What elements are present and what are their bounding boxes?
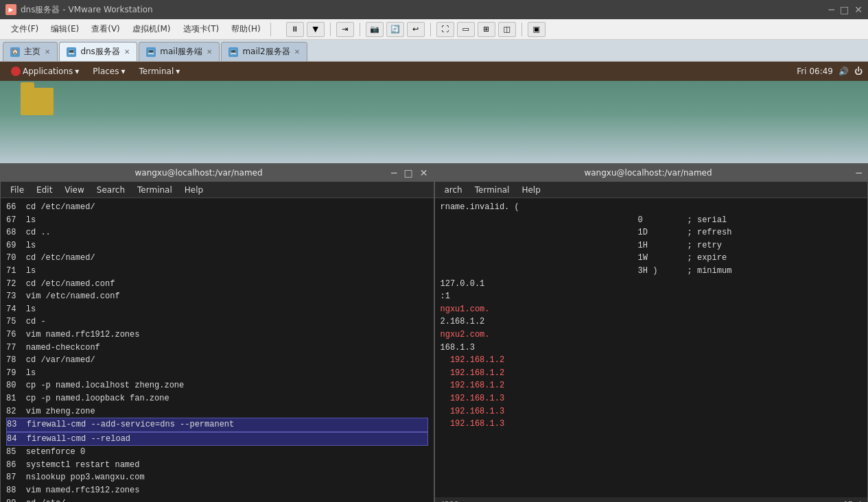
tab-dns-icon: 💻 [67, 47, 76, 57]
statusbar-left: 438C [441, 500, 459, 503]
term-left-menu-terminal[interactable]: Terminal [132, 184, 178, 196]
topbar-applications[interactable]: Applications ▾ [5, 65, 84, 77]
toolbar-dropdown[interactable]: ▼ [307, 22, 325, 37]
tab-dns-label: dns服务器 [80, 46, 119, 58]
toolbar-snapshot3[interactable]: ↩ [407, 22, 425, 37]
tab-mail-label: mail服务端 [160, 46, 202, 58]
menu-tabs[interactable]: 选项卡(T) [178, 22, 225, 36]
terminal-left-line: 88 vim named.rfc1912.zones [6, 484, 428, 497]
power-icon[interactable]: ⏻ [854, 67, 863, 76]
terminal-right-line: rname.invalid. ( [441, 201, 863, 214]
terminal-left-menubar: File Edit View Search Terminal Help [1, 182, 434, 198]
vmware-icon: ▶ [5, 4, 16, 15]
statusbar-right: 17,4 [844, 500, 863, 503]
topbar-places[interactable]: Places ▾ [87, 65, 130, 77]
tab-home-icon: 🏠 [10, 47, 20, 57]
titlebar-controls[interactable]: ─ □ ✕ [829, 4, 863, 15]
tab-mail-close[interactable]: ✕ [207, 48, 212, 56]
terminal-right-line: 1W ; expire [441, 252, 863, 265]
tab-mail2-icon: 💻 [228, 47, 238, 57]
terminal-left-controls[interactable]: ─ □ ✕ [391, 167, 427, 178]
term-right-menu-help[interactable]: Help [516, 184, 546, 196]
terminal-left-minimize[interactable]: ─ [391, 167, 397, 178]
menu-file[interactable]: 文件(F) [5, 22, 44, 36]
tab-mail-icon: 💻 [146, 47, 156, 57]
terminal-right-minimize[interactable]: ─ [856, 167, 862, 178]
menu-view[interactable]: 查看(V) [86, 22, 126, 36]
terminal-right-menubar: arch Terminal Help [435, 182, 868, 198]
applications-chevron: ▾ [75, 67, 79, 76]
toolbar-snapshot2[interactable]: 🔄 [386, 22, 404, 37]
tab-mail2-close[interactable]: ✕ [294, 48, 300, 56]
tab-home-label: 主页 [24, 46, 40, 58]
term-left-menu-help[interactable]: Help [179, 184, 209, 196]
terminal-left-line: 79 ls [6, 367, 428, 380]
terminal-right-line: 192.168.1.3 [441, 418, 863, 431]
toolbar-separator-1 [270, 23, 271, 36]
terminal-left-maximize[interactable]: □ [404, 167, 413, 178]
toolbar-pause[interactable]: ⏸ [286, 22, 304, 37]
terminal-left: wangxu@localhost:/var/named ─ □ ✕ File E… [0, 163, 434, 502]
titlebar-left: ▶ dns服务器 - VMware Workstation [5, 4, 153, 16]
toolbar-sep-5 [521, 23, 522, 36]
terminal-right-line: 1H ; retry [441, 239, 863, 252]
toolbar-sep-4 [430, 23, 431, 36]
terminal-left-line: 72 cd /etc/named.conf [6, 278, 428, 291]
term-right-menu-arch[interactable]: arch [439, 184, 468, 196]
tab-home-close[interactable]: ✕ [45, 48, 50, 56]
toolbar-fullscreen[interactable]: ⛶ [436, 22, 454, 37]
topbar-terminal-label: Terminal [139, 67, 174, 76]
terminal-left-line: 76 vim named.rfc1912.zones [6, 328, 428, 342]
titlebar-title: dns服务器 - VMware Workstation [21, 4, 153, 16]
volume-icon[interactable]: 🔊 [838, 67, 849, 76]
terminal-left-line: 84 firewall-cmd --reload [6, 432, 428, 446]
term-left-menu-search[interactable]: Search [91, 184, 130, 196]
terminal-right-line: 127.0.0.1 [441, 278, 863, 291]
toolbar-snapshot1[interactable]: 📷 [366, 22, 384, 37]
close-button[interactable]: ✕ [854, 4, 863, 15]
tab-home[interactable]: 🏠 主页 ✕ [3, 42, 58, 61]
terminal-right-line: ngxu1.com. [441, 303, 863, 316]
terminal-right-line: 192.168.1.3 [441, 392, 863, 405]
topbar-right: Fri 06:49 🔊 ⏻ [797, 67, 863, 76]
terminal-right-line: 192.168.1.2 [441, 379, 863, 392]
terminal-left-body: 66 cd /etc/named/67 ls68 cd ..69 ls70 cd… [1, 198, 434, 502]
toolbar-send[interactable]: ⇥ [336, 22, 354, 37]
menu-help[interactable]: 帮助(H) [226, 22, 266, 36]
tab-dns-close[interactable]: ✕ [124, 48, 130, 56]
desktop-home-icon[interactable] [21, 88, 54, 115]
toolbar-view3[interactable]: ◫ [498, 22, 516, 37]
terminal-left-line: 78 cd /var/named/ [6, 354, 428, 367]
menu-edit[interactable]: 编辑(E) [45, 22, 84, 36]
terminal-right-line: 192.168.1.3 [441, 405, 863, 418]
terminal-left-line: 69 ls [6, 239, 428, 252]
terminal-right-line: 1D ; refresh [441, 226, 863, 239]
topbar-applications-label: Applications [23, 67, 73, 76]
terminal-left-titlebar: wangxu@localhost:/var/named ─ □ ✕ [1, 164, 434, 182]
minimize-button[interactable]: ─ [829, 4, 834, 15]
term-left-menu-edit[interactable]: Edit [31, 184, 58, 196]
menu-vm[interactable]: 虚拟机(M) [127, 22, 176, 36]
terminal-right-titlebar: wangxu@localhost:/var/named ─ [435, 164, 868, 182]
tab-mail2[interactable]: 💻 mail2服务器 ✕ [221, 42, 307, 61]
term-left-menu-file[interactable]: File [5, 184, 30, 196]
terminal-right-line: 3H ) ; minimum [441, 265, 863, 278]
terminal-right-statusbar: 438C 17,4 [435, 497, 868, 502]
terminal-chevron: ▾ [176, 67, 180, 76]
tab-dns[interactable]: 💻 dns服务器 ✕ [59, 42, 137, 61]
term-left-menu-view[interactable]: View [59, 184, 89, 196]
topbar-terminal[interactable]: Terminal ▾ [134, 65, 186, 77]
vmware-toolbar: ⏸ ▼ ⇥ 📷 🔄 ↩ ⛶ ▭ ⊞ ◫ ▣ [286, 22, 546, 37]
tab-mail[interactable]: 💻 mail服务端 ✕ [139, 42, 220, 61]
toolbar-view2[interactable]: ⊞ [478, 22, 495, 37]
terminal-left-close[interactable]: ✕ [420, 167, 428, 178]
toolbar-view1[interactable]: ▭ [457, 22, 475, 37]
terminal-left-line: 77 named-checkconf [6, 342, 428, 355]
terminal-right-controls[interactable]: ─ [856, 167, 862, 178]
terminal-left-line: 89 cd /etc/ [6, 497, 428, 502]
terminal-left-line: 70 cd /etc/named/ [6, 252, 428, 265]
toolbar-unity[interactable]: ▣ [528, 22, 546, 37]
terminal-right-line: :1 [441, 290, 863, 303]
maximize-button[interactable]: □ [840, 4, 849, 15]
term-right-menu-terminal[interactable]: Terminal [469, 184, 515, 196]
